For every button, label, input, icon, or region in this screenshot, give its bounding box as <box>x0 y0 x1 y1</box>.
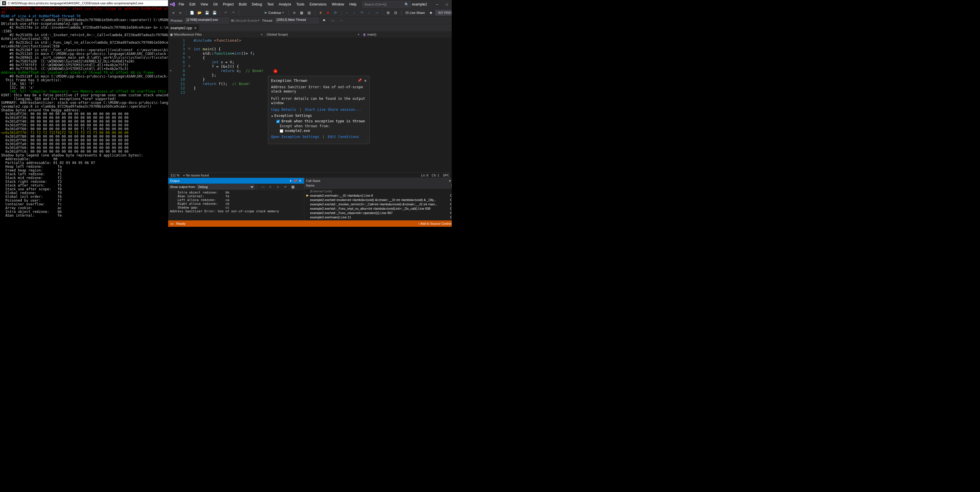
menu-extensions[interactable]: Extensions <box>307 1 329 8</box>
menu-test[interactable]: Test <box>265 1 276 8</box>
stop-debug-button[interactable]: ■ <box>325 10 331 16</box>
step-over-button[interactable]: ↷ <box>359 10 365 16</box>
show-next-stmt-button[interactable]: → <box>344 10 350 16</box>
redo-button[interactable]: ↷ <box>230 10 236 16</box>
break-all-button[interactable]: ⏸ <box>317 10 324 16</box>
outline-gutter[interactable]: ⊟⊟⊟ <box>187 38 191 173</box>
debug-btn-1[interactable]: ⤭ <box>291 10 298 16</box>
console-output[interactable]: ==17436==ERROR: AddressSanitizer: stack-… <box>0 6 168 227</box>
output-btn-2[interactable]: ≡ <box>267 184 274 190</box>
nav-back-button[interactable]: ◄ <box>170 10 176 16</box>
feedback-button[interactable]: ☻ <box>428 10 434 16</box>
console-titlebar[interactable]: ⧉ C:\MSDN\cpp-docs-pr\docs\c-language\AS… <box>0 0 168 6</box>
nav-member-dropdown[interactable]: ◧ main() ▾ <box>361 31 452 38</box>
flag-icon[interactable]: ⚑ <box>321 18 327 24</box>
save-button[interactable]: 💾 <box>204 10 210 16</box>
nav-fwd-button[interactable]: ► <box>177 10 184 16</box>
thread-dropdown[interactable]: [20512] Main Thread <box>275 18 318 24</box>
check-icon: ● <box>183 174 185 177</box>
close-icon[interactable]: ✕ <box>364 78 366 83</box>
callstack-header[interactable]: Name Lang <box>304 184 452 189</box>
break-when-thrown-checkbox[interactable] <box>276 120 280 123</box>
doc-tab-example2[interactable]: example2.cpp ✕ <box>168 24 199 31</box>
minimize-button[interactable]: ─ <box>432 1 442 8</box>
line-indicator[interactable]: Ln: 8 <box>421 174 428 177</box>
output-wrap-button[interactable]: ⤶ <box>282 184 288 190</box>
zoom-level[interactable]: 111 % <box>170 174 180 177</box>
run-to-cursor-button[interactable]: ⤻ <box>374 10 380 16</box>
start-liveshare-link[interactable]: Start Live Share session... <box>305 108 361 112</box>
debug-btn-3[interactable]: ▤ <box>306 10 312 16</box>
lifecycle-events-dropdown[interactable]: ▦ Lifecycle Events ▾ <box>231 19 259 22</box>
debug-btn-2[interactable]: ▦ <box>299 10 305 16</box>
menu-help[interactable]: Help <box>347 1 359 8</box>
indent-indicator[interactable]: SPC <box>443 174 449 177</box>
menu-edit[interactable]: Edit <box>187 1 198 8</box>
panel-dropdown-icon[interactable]: ▾ <box>288 179 293 183</box>
issues-status[interactable]: No issues found <box>186 174 209 177</box>
panel-close-icon[interactable]: ✕ <box>298 179 302 183</box>
panel-pin-icon[interactable]: 📌 <box>293 179 298 183</box>
col-lang[interactable]: Lang <box>449 184 452 188</box>
debug-misc-2[interactable]: ⊟ <box>393 10 399 16</box>
output-btn-5[interactable]: ▦ <box>290 184 296 190</box>
stack-misc-btn[interactable]: ⋯ <box>338 18 345 24</box>
callstack-row[interactable]: example2.exe!std::_Invoker_ret<int,0>::_… <box>304 202 452 206</box>
menu-view[interactable]: View <box>198 1 210 8</box>
except-example2-checkbox[interactable] <box>280 129 283 133</box>
callstack-rows[interactable]: [External Code]▶example2.exe!main::__l3:… <box>304 189 452 220</box>
pin-icon[interactable]: 📌 <box>358 78 362 83</box>
live-share-button[interactable]: ⮹ Live Share <box>406 11 425 14</box>
edit-conditions-link[interactable]: Edit Conditions <box>328 135 359 139</box>
undo-button[interactable]: ↶ <box>223 10 229 16</box>
menu-analyze[interactable]: Analyze <box>277 1 294 8</box>
menu-tools[interactable]: Tools <box>294 1 307 8</box>
search-box[interactable]: Search (Ctrl+Q) 🔍 <box>362 1 410 8</box>
nav-project-dropdown[interactable]: ▣ Miscellaneous Files ▾ <box>168 31 265 38</box>
open-button[interactable]: 📂 <box>196 10 203 16</box>
code-editor[interactable]: ➤ 12345678910111213 ⊟⊟⊟ #include <functi… <box>168 38 452 173</box>
output-btn-3[interactable]: ≡ <box>275 184 281 190</box>
vs-titlebar[interactable]: FileEditViewGitProjectBuildDebugTestAnal… <box>168 0 452 9</box>
console-window: ⧉ C:\MSDN\cpp-docs-pr\docs\c-language\AS… <box>0 0 168 227</box>
close-tab-icon[interactable]: ✕ <box>194 26 197 30</box>
menu-git[interactable]: Git <box>211 1 220 8</box>
save-all-button[interactable]: 💾 <box>211 10 218 16</box>
restart-button[interactable]: ⟳ <box>332 10 339 16</box>
menu-window[interactable]: Window <box>329 1 347 8</box>
nav-scope-dropdown[interactable]: (Global Scope) ▾ <box>265 31 361 38</box>
copy-details-link[interactable]: Copy Details <box>271 108 296 112</box>
menu-file[interactable]: File <box>176 1 186 8</box>
callstack-row[interactable]: ▶example2.exe!main::__l3::<lambda>() Lin… <box>304 193 452 198</box>
exception-settings-toggle[interactable]: ▴ Exception Settings <box>271 114 366 118</box>
output-clear-button[interactable]: ▭ <box>259 184 266 190</box>
add-source-control-button[interactable]: ↑ Add to Source Control ▴ <box>418 222 452 225</box>
menu-debug[interactable]: Debug <box>250 1 264 8</box>
process-dropdown[interactable]: [17436] example2.exe <box>185 18 229 24</box>
callstack-panel-title[interactable]: Call Stack ▾ 📌 ✕ <box>304 178 452 184</box>
continue-button[interactable]: ▶ Continue ▾ <box>263 10 286 15</box>
maximize-button[interactable]: □ <box>442 1 452 8</box>
col-name[interactable]: Name <box>304 184 449 188</box>
output-panel-title[interactable]: Output ▾ 📌 ✕ <box>168 178 304 184</box>
step-out-button[interactable]: ↑ <box>366 10 372 16</box>
exception-popup-header[interactable]: Exception Thrown 📌 ✕ <box>268 76 369 85</box>
code-text[interactable]: #include <functional>int main() { std::f… <box>191 38 452 173</box>
menu-build[interactable]: Build <box>237 1 249 8</box>
menu-project[interactable]: Project <box>221 1 236 8</box>
callstack-row[interactable]: [External Code] <box>304 189 452 193</box>
callstack-row[interactable]: example2.exe!std::invoke<int <lambda>(vo… <box>304 198 452 202</box>
panel-dropdown-icon[interactable]: ▾ <box>448 179 452 183</box>
stack-frame-btn[interactable]: ▭ <box>329 18 336 24</box>
open-exception-settings-link[interactable]: Open Exception Settings <box>271 135 319 139</box>
output-text[interactable]: Intra object redzone: bb ASan internal: … <box>168 190 304 220</box>
resize-grip-icon[interactable]: ⋰ <box>366 139 369 143</box>
col-indicator[interactable]: Ch: 1 <box>432 174 439 177</box>
new-button[interactable]: 📄 <box>189 10 195 16</box>
step-into-button[interactable]: ↓ <box>351 10 358 16</box>
output-source-dropdown[interactable]: Debug <box>197 184 255 190</box>
debug-misc-1[interactable]: ⊞ <box>385 10 391 16</box>
callstack-row[interactable]: example2.exe!main() Line 11C++ <box>304 215 452 219</box>
callstack-row[interactable]: example2.exe!std::_Func_class<int>::oper… <box>304 211 452 215</box>
callstack-row[interactable]: example2.exe!std::_Func_impl_no_alloc<in… <box>304 206 452 211</box>
